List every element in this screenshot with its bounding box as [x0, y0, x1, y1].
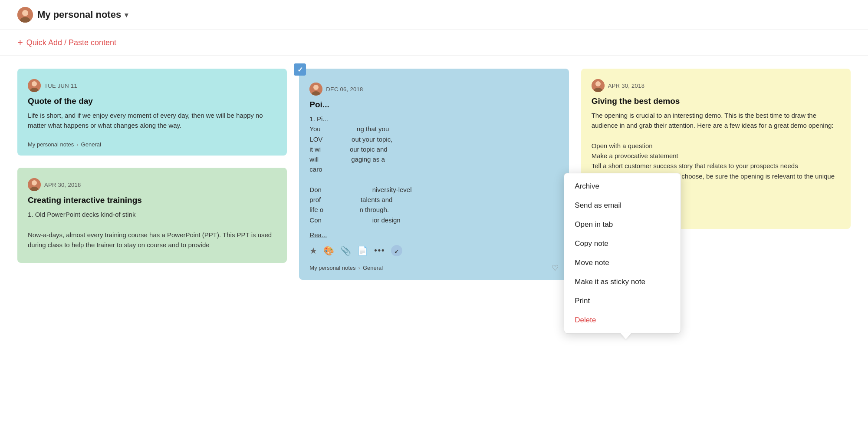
column-2: Archive Send as email Open in tab Copy n… [299, 69, 569, 280]
card-avatar [592, 79, 605, 92]
card-header: TUE JUN 11 [28, 79, 276, 92]
quick-add-button[interactable]: + Quick Add / Paste content [17, 37, 116, 48]
read-more-link[interactable]: Rea... [309, 231, 327, 239]
svg-point-10 [313, 85, 319, 90]
checkmark-icon: ✓ [297, 66, 303, 74]
context-menu-print[interactable]: Print [564, 292, 681, 311]
card-title: Quote of the day [28, 96, 276, 106]
card-body: Life is short, and if we enjoy every mom… [28, 110, 276, 131]
pin-icon[interactable]: ♡ [552, 263, 559, 273]
card-avatar [28, 79, 41, 92]
card-footer: My personal notes › General [28, 137, 276, 148]
context-menu-move-note[interactable]: Move note [564, 253, 681, 272]
title-text: My personal notes [37, 9, 121, 20]
card-header: APR 30, 2018 [592, 79, 840, 92]
context-menu-open-in-tab[interactable]: Open in tab [564, 215, 681, 234]
breadcrumb-arrow: › [76, 141, 78, 148]
card-date: DEC 06, 2018 [326, 86, 363, 93]
more-options-icon[interactable]: ••• [374, 246, 385, 255]
folder-label: General [81, 141, 101, 148]
notebook-label: My personal notes [28, 141, 74, 148]
card-title: Giving the best demos [592, 96, 840, 106]
card-title: Poi... [309, 100, 558, 109]
card-body: 1. Old PowerPoint decks kind-of stinkNow… [28, 209, 276, 250]
svg-point-13 [595, 81, 601, 86]
breadcrumb-arrow: › [358, 265, 360, 271]
context-menu-archive[interactable]: Archive [564, 177, 681, 196]
header: My personal notes ▾ [0, 0, 868, 30]
quick-add-label: Quick Add / Paste content [26, 38, 116, 47]
context-menu-send-as-email[interactable]: Send as email [564, 196, 681, 215]
quick-add-bar: + Quick Add / Paste content [0, 30, 868, 56]
card-creating-interactive-trainings: APR 30, 2018 Creating interactive traini… [17, 168, 287, 263]
card-toolbar: ★ 🎨 📎 📄 ••• ↙ [309, 245, 558, 256]
notebook-label: My personal notes [309, 265, 355, 271]
card-middle-wrapper: Archive Send as email Open in tab Copy n… [299, 69, 569, 280]
star-icon[interactable]: ★ [309, 245, 317, 256]
card-date: APR 30, 2018 [608, 83, 645, 89]
card-title: Creating interactive trainings [28, 195, 276, 205]
folder-label: General [363, 265, 383, 271]
header-avatar [17, 7, 33, 23]
paperclip-icon[interactable]: 📎 [340, 245, 351, 256]
svg-point-7 [32, 180, 37, 186]
page-title[interactable]: My personal notes ▾ [37, 9, 128, 20]
card-avatar [309, 83, 322, 96]
cards-area: TUE JUN 11 Quote of the day Life is shor… [0, 56, 868, 293]
card-header: APR 30, 2018 [28, 178, 276, 191]
card-body: 1. Pi... You__________ng that you LOV___… [309, 114, 558, 225]
context-menu-copy-note[interactable]: Copy note [564, 234, 681, 253]
cursor-indicator: ↙ [391, 245, 402, 256]
card-poi: ✓ DEC 06, 2018 Poi... 1. Pi... Y [299, 69, 569, 280]
svg-point-4 [32, 81, 37, 86]
chevron-down-icon[interactable]: ▾ [125, 11, 128, 19]
card-quote-of-the-day: TUE JUN 11 Quote of the day Life is shor… [17, 69, 287, 156]
context-menu-delete[interactable]: Delete [564, 311, 681, 330]
palette-icon[interactable]: 🎨 [323, 245, 334, 256]
attach-icon[interactable]: 📄 [357, 245, 368, 256]
context-menu-make-sticky[interactable]: Make it as sticky note [564, 272, 681, 292]
card-checkbox[interactable]: ✓ [294, 63, 306, 76]
plus-icon: + [17, 37, 23, 48]
column-1: TUE JUN 11 Quote of the day Life is shor… [17, 69, 287, 263]
card-date: TUE JUN 11 [44, 83, 77, 89]
card-header: DEC 06, 2018 [309, 83, 558, 96]
card-date: APR 30, 2018 [44, 182, 81, 188]
card-footer: My personal notes › General ♡ [309, 259, 558, 273]
context-menu: Archive Send as email Open in tab Copy n… [564, 173, 681, 334]
card-avatar [28, 178, 41, 191]
svg-point-1 [22, 10, 28, 16]
